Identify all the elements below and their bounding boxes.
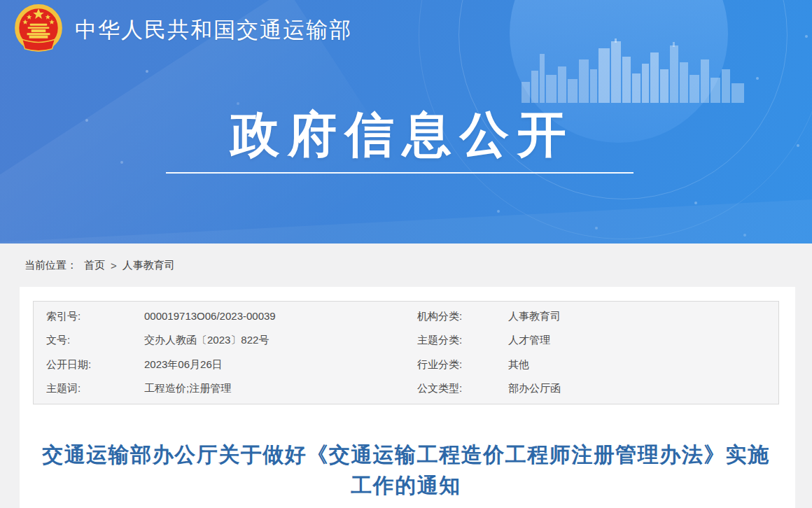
meta-field-topic-category: 主题分类: 人才管理 xyxy=(405,334,778,347)
meta-value: 2023年06月26日 xyxy=(144,358,223,372)
meta-label: 公文类型: xyxy=(417,382,508,395)
meta-row: 索引号: 000019713O06/2023-00039 机构分类: 人事教育司 xyxy=(34,304,778,329)
meta-value: 其他 xyxy=(508,358,529,372)
meta-value: 交办人教函〔2023〕822号 xyxy=(144,334,269,347)
meta-label: 索引号: xyxy=(46,310,144,323)
national-emblem-icon xyxy=(11,3,66,57)
breadcrumb: 当前位置： 首页 > 人事教育司 xyxy=(0,244,812,287)
meta-value: 人事教育司 xyxy=(508,310,561,323)
banner: 中华人民共和国交通运输部 政府信息公开 xyxy=(0,0,812,244)
meta-field-keywords: 主题词: 工程造价;注册管理 xyxy=(34,382,405,395)
meta-label: 主题词: xyxy=(46,382,144,395)
meta-value: 人才管理 xyxy=(508,334,550,347)
meta-field-doc-type: 公文类型: 部办公厅函 xyxy=(405,382,778,395)
meta-label: 公开日期: xyxy=(46,358,144,372)
meta-value: 部办公厅函 xyxy=(508,382,561,395)
meta-row: 文号: 交办人教函〔2023〕822号 主题分类: 人才管理 xyxy=(34,329,778,353)
site-title: 中华人民共和国交通运输部 xyxy=(75,15,352,45)
meta-field-index-number: 索引号: 000019713O06/2023-00039 xyxy=(34,310,405,323)
banner-title-underline xyxy=(166,172,634,174)
meta-field-doc-number: 文号: 交办人教函〔2023〕822号 xyxy=(34,334,405,347)
meta-field-publish-date: 公开日期: 2023年06月26日 xyxy=(34,358,405,372)
meta-label: 行业分类: xyxy=(417,358,508,372)
meta-label: 文号: xyxy=(46,334,144,347)
meta-row: 主题词: 工程造价;注册管理 公文类型: 部办公厅函 xyxy=(34,377,778,402)
breadcrumb-home-link[interactable]: 首页 xyxy=(84,259,105,272)
site-brand[interactable]: 中华人民共和国交通运输部 xyxy=(11,3,352,57)
meta-row: 公开日期: 2023年06月26日 行业分类: 其他 xyxy=(34,353,778,377)
city-skyline-illustration xyxy=(522,38,746,103)
meta-value: 000019713O06/2023-00039 xyxy=(144,310,276,323)
meta-label: 机构分类: xyxy=(417,310,508,323)
meta-field-org-category: 机构分类: 人事教育司 xyxy=(405,310,778,323)
meta-value: 工程造价;注册管理 xyxy=(144,382,231,395)
breadcrumb-current-link[interactable]: 人事教育司 xyxy=(122,259,175,272)
document-meta-table: 索引号: 000019713O06/2023-00039 机构分类: 人事教育司… xyxy=(33,301,779,404)
meta-field-industry-category: 行业分类: 其他 xyxy=(405,358,778,372)
meta-label: 主题分类: xyxy=(417,334,508,347)
banner-title: 政府信息公开 xyxy=(0,102,805,168)
breadcrumb-label: 当前位置： xyxy=(24,259,77,272)
breadcrumb-separator: > xyxy=(111,260,117,271)
document-title: 交通运输部办公厅关于做好《交通运输工程造价工程师注册管理办法》实施工作的通知 xyxy=(38,439,774,501)
